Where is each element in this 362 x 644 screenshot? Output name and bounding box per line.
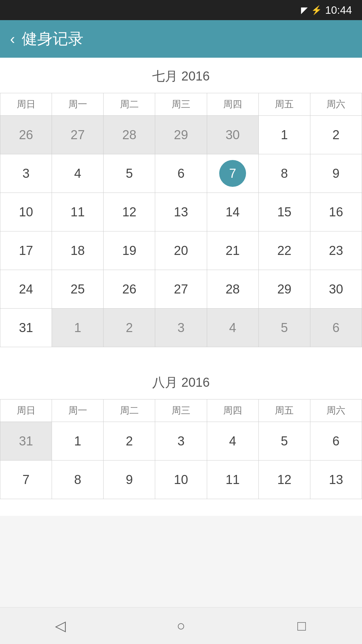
toolbar: ‹ 健身记录 [0, 20, 362, 58]
calendar-day[interactable]: 1 [52, 422, 104, 461]
calendar-day[interactable]: 9 [310, 154, 362, 193]
calendar-day[interactable]: 18 [52, 231, 104, 270]
calendar-day[interactable]: 3 [155, 309, 207, 347]
weekday-sat-july: 周六 [310, 93, 362, 116]
calendar-day[interactable]: 6 [155, 154, 207, 193]
table-row: 3456789 [0, 154, 362, 193]
calendar-day[interactable]: 8 [258, 154, 310, 193]
table-row: 24252627282930 [0, 270, 362, 309]
calendar-day[interactable]: 28 [104, 116, 155, 154]
navigation-bar: ◁ ○ □ [0, 607, 362, 644]
table-row: 78910111213 [0, 461, 362, 499]
calendar-day[interactable]: 12 [258, 461, 310, 499]
calendar-day[interactable]: 31 [0, 309, 52, 347]
calendar-day[interactable]: 3 [0, 154, 52, 193]
calendar-day[interactable]: 13 [310, 461, 362, 499]
calendar-day[interactable]: 31 [0, 422, 52, 461]
calendar-day[interactable]: 1 [258, 116, 310, 154]
nav-home-button[interactable]: ○ [168, 612, 194, 639]
weekday-mon-july: 周一 [52, 93, 104, 116]
calendar-day[interactable]: 10 [0, 193, 52, 231]
status-bar: ◤ ⚡ 10:44 [0, 0, 362, 20]
calendar-day[interactable]: 30 [207, 116, 258, 154]
back-button[interactable]: ‹ [10, 32, 15, 46]
table-row: 10111213141516 [0, 193, 362, 231]
calendar-day[interactable]: 29 [155, 116, 207, 154]
weekday-thu-aug: 周四 [207, 399, 258, 422]
weekday-wed-july: 周三 [155, 93, 207, 116]
battery-icon: ⚡ [311, 5, 322, 15]
calendar-day[interactable]: 6 [310, 309, 362, 347]
weekday-wed-aug: 周三 [155, 399, 207, 422]
calendar-day[interactable]: 13 [155, 193, 207, 231]
calendar-day[interactable]: 12 [104, 193, 155, 231]
weekday-sun-july: 周日 [0, 93, 52, 116]
calendar-day[interactable]: 9 [104, 461, 155, 499]
calendar-day[interactable]: 11 [52, 193, 104, 231]
table-row: 262728293012 [0, 116, 362, 154]
nav-back-button[interactable]: ◁ [47, 612, 74, 639]
weekday-mon-aug: 周一 [52, 399, 104, 422]
calendar-day[interactable]: 2 [104, 422, 155, 461]
weekday-header-row-august: 周日 周一 周二 周三 周四 周五 周六 [0, 399, 362, 422]
calendar-day[interactable]: 4 [207, 422, 258, 461]
nav-recent-button[interactable]: □ [288, 612, 315, 639]
calendar-day[interactable]: 5 [104, 154, 155, 193]
calendar-day[interactable]: 23 [310, 231, 362, 270]
calendar-day[interactable]: 10 [155, 461, 207, 499]
calendar-day[interactable]: 27 [52, 116, 104, 154]
calendar-day[interactable]: 15 [258, 193, 310, 231]
calendar-day[interactable]: 5 [258, 422, 310, 461]
calendar-day[interactable]: 4 [52, 154, 104, 193]
calendar-scroll-area: 七月 2016 周日 周一 周二 周三 周四 周五 周六 26272829301… [0, 58, 362, 607]
weekday-sat-aug: 周六 [310, 399, 362, 422]
table-row: 17181920212223 [0, 231, 362, 270]
july-month-title: 七月 2016 [0, 68, 362, 85]
calendar-day[interactable]: 28 [207, 270, 258, 309]
calendar-day[interactable]: 4 [207, 309, 258, 347]
weekday-header-row-july: 周日 周一 周二 周三 周四 周五 周六 [0, 93, 362, 116]
calendar-day[interactable]: 17 [0, 231, 52, 270]
calendar-day[interactable]: 7 [0, 461, 52, 499]
signal-icon: ◤ [301, 5, 308, 15]
calendar-july-2016: 七月 2016 周日 周一 周二 周三 周四 周五 周六 26272829301… [0, 58, 362, 351]
calendar-day[interactable]: 19 [104, 231, 155, 270]
calendar-day[interactable]: 8 [52, 461, 104, 499]
calendar-day[interactable]: 6 [310, 422, 362, 461]
calendar-day[interactable]: 3 [155, 422, 207, 461]
calendar-day[interactable]: 27 [155, 270, 207, 309]
calendar-day[interactable]: 2 [310, 116, 362, 154]
calendar-day[interactable]: 16 [310, 193, 362, 231]
page-title: 健身记录 [22, 29, 83, 49]
calendar-day[interactable]: 20 [155, 231, 207, 270]
table-row: 31123456 [0, 422, 362, 461]
calendar-day[interactable]: 21 [207, 231, 258, 270]
weekday-tue-aug: 周二 [104, 399, 155, 422]
calendar-day[interactable]: 22 [258, 231, 310, 270]
august-month-title: 八月 2016 [0, 374, 362, 391]
calendar-day[interactable]: 1 [52, 309, 104, 347]
august-calendar-grid: 周日 周一 周二 周三 周四 周五 周六 3112345678910111213 [0, 399, 362, 499]
main-content: 七月 2016 周日 周一 周二 周三 周四 周五 周六 26272829301… [0, 58, 362, 516]
weekday-thu-july: 周四 [207, 93, 258, 116]
calendar-day[interactable]: 25 [52, 270, 104, 309]
status-time: 10:44 [325, 4, 352, 16]
weekday-tue-july: 周二 [104, 93, 155, 116]
table-row: 31123456 [0, 309, 362, 347]
calendar-day[interactable]: 5 [258, 309, 310, 347]
status-icons: ◤ ⚡ 10:44 [301, 4, 352, 16]
calendar-day[interactable]: 14 [207, 193, 258, 231]
weekday-sun-aug: 周日 [0, 399, 52, 422]
calendar-day[interactable]: 24 [0, 270, 52, 309]
calendar-day[interactable]: 29 [258, 270, 310, 309]
calendar-day[interactable]: 7 [207, 154, 258, 193]
weekday-fri-aug: 周五 [258, 399, 310, 422]
calendar-day[interactable]: 2 [104, 309, 155, 347]
calendar-day[interactable]: 26 [104, 270, 155, 309]
calendar-day[interactable]: 30 [310, 270, 362, 309]
weekday-fri-july: 周五 [258, 93, 310, 116]
calendar-day[interactable]: 26 [0, 116, 52, 154]
calendar-day[interactable]: 11 [207, 461, 258, 499]
july-calendar-grid: 周日 周一 周二 周三 周四 周五 周六 2627282930123456789… [0, 93, 362, 347]
calendar-august-2016: 八月 2016 周日 周一 周二 周三 周四 周五 周六 31123456789… [0, 364, 362, 502]
